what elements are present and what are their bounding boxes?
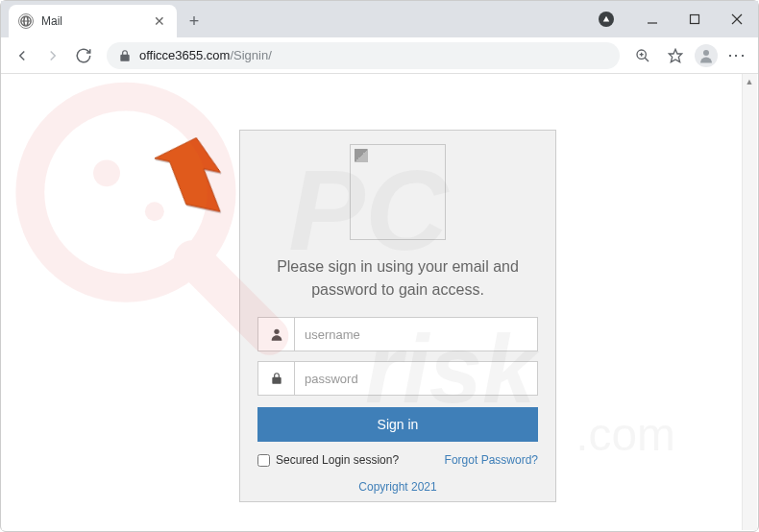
- tab-title: Mail: [41, 14, 144, 28]
- close-window-button[interactable]: [716, 5, 758, 34]
- secured-session-checkbox[interactable]: Secured Login session?: [257, 453, 399, 467]
- zoom-icon[interactable]: [629, 42, 656, 69]
- globe-icon: [18, 13, 34, 29]
- secured-checkbox-input[interactable]: [257, 454, 270, 467]
- browser-window: Mail ✕ + officce3655.com/Signin/ ⋮: [0, 0, 759, 532]
- password-input[interactable]: [294, 361, 538, 396]
- svg-line-6: [645, 58, 649, 61]
- username-group: [257, 317, 538, 351]
- options-row: Secured Login session? Forgot Password?: [257, 453, 538, 467]
- url-path: /Signin/: [230, 48, 271, 62]
- maximize-button[interactable]: [673, 5, 716, 34]
- svg-marker-0: [603, 16, 609, 22]
- browser-tab[interactable]: Mail ✕: [9, 5, 177, 37]
- secured-label: Secured Login session?: [276, 453, 399, 467]
- user-icon: [257, 317, 294, 351]
- svg-marker-12: [152, 137, 233, 211]
- close-tab-button[interactable]: ✕: [152, 13, 167, 29]
- signin-button[interactable]: Sign in: [257, 407, 538, 442]
- tab-bar: Mail ✕ +: [1, 1, 758, 37]
- copyright-text: Copyright 2021: [257, 480, 538, 494]
- signin-message: Please sign in using your email and pass…: [257, 255, 538, 302]
- svg-rect-2: [691, 15, 699, 24]
- svg-point-10: [703, 50, 709, 56]
- lock-field-icon: [257, 361, 294, 396]
- incognito-badge-icon: [599, 12, 614, 27]
- url-domain: officce3655.com: [139, 48, 230, 62]
- svg-point-11: [274, 329, 279, 334]
- page-content: ▲ Please sign in using your email and pa…: [2, 74, 757, 530]
- back-button[interactable]: [9, 42, 36, 69]
- login-card: Please sign in using your email and pass…: [239, 130, 556, 502]
- broken-image-icon: [350, 144, 446, 240]
- forward-button[interactable]: [39, 42, 66, 69]
- svg-marker-9: [669, 49, 681, 61]
- bookmark-icon[interactable]: [662, 42, 689, 69]
- address-bar[interactable]: officce3655.com/Signin/: [107, 42, 620, 69]
- annotation-arrow-icon: [152, 137, 238, 214]
- url-text: officce3655.com/Signin/: [139, 48, 272, 62]
- password-group: [257, 361, 538, 396]
- toolbar: officce3655.com/Signin/ ⋮: [1, 37, 758, 74]
- window-controls: [599, 1, 758, 37]
- menu-button[interactable]: ⋮: [723, 42, 750, 69]
- forgot-password-link[interactable]: Forgot Password?: [445, 453, 538, 467]
- reload-button[interactable]: [70, 42, 97, 69]
- scrollbar[interactable]: ▲: [742, 74, 757, 530]
- lock-icon: [118, 49, 132, 62]
- username-input[interactable]: [294, 317, 538, 351]
- minimize-button[interactable]: [631, 5, 673, 34]
- scroll-up-icon[interactable]: ▲: [742, 74, 757, 89]
- profile-avatar[interactable]: [695, 44, 718, 67]
- new-tab-button[interactable]: +: [181, 8, 208, 35]
